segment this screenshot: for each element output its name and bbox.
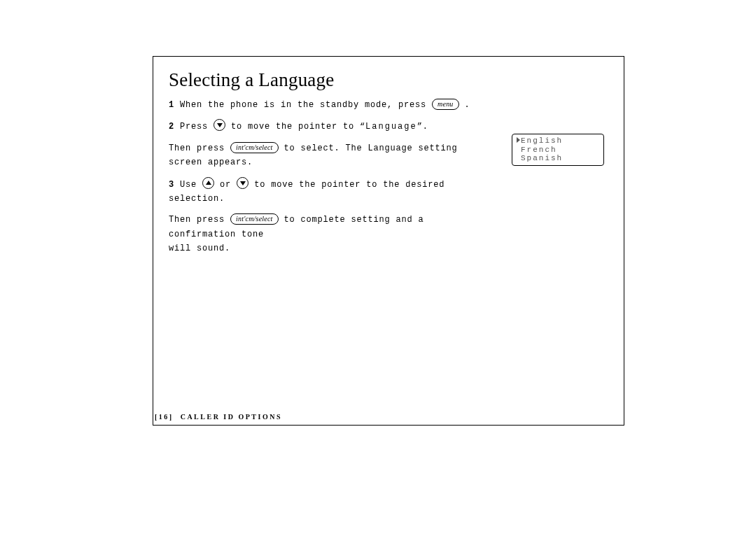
step-1: 1 When the phone is in the standby mode,… xyxy=(169,98,484,112)
lcd-text: French xyxy=(521,146,557,154)
lcd-row: Spanish xyxy=(517,154,599,163)
step-text: will sound. xyxy=(169,244,230,253)
page-number: [16] xyxy=(155,413,174,421)
step-text: ”. xyxy=(417,122,428,132)
step-text: Press xyxy=(180,122,208,132)
step-number: 2 xyxy=(169,122,174,132)
step-2: 2 Press to move the pointer to “Language… xyxy=(169,119,484,134)
step-text: to select. The Language setting xyxy=(284,143,458,153)
step-text: Then press xyxy=(169,143,225,153)
cursor-icon xyxy=(517,137,520,143)
step-text: to move the pointer to “ xyxy=(231,122,365,132)
down-key-icon xyxy=(214,119,225,131)
step-text: . xyxy=(465,100,470,110)
manual-page: Selecting a Language English French Span… xyxy=(0,0,756,534)
up-key-icon xyxy=(202,177,214,189)
down-key-icon xyxy=(237,177,248,189)
lcd-word: Language xyxy=(365,122,417,132)
step-text: or xyxy=(220,180,231,190)
step-2b: Then press int'cm/select to select. The … xyxy=(169,141,484,170)
section-title: CALLER ID OPTIONS xyxy=(181,413,282,421)
lcd-text: English xyxy=(521,136,563,145)
instructions-body: English French Spanish 1 When the phone … xyxy=(169,98,610,256)
content-frame: Selecting a Language English French Span… xyxy=(153,56,624,426)
step-text: Then press xyxy=(169,215,225,225)
page-title: Selecting a Language xyxy=(169,69,610,91)
lcd-screen: English French Spanish xyxy=(512,134,604,166)
step-3b: Then press int'cm/select to complete set… xyxy=(169,213,484,255)
step-text: Use xyxy=(180,180,197,190)
lcd-row: English xyxy=(517,136,599,146)
lcd-row: French xyxy=(517,146,599,155)
step-text: When the phone is in the standby mode, p… xyxy=(180,100,426,110)
select-key-icon: int'cm/select xyxy=(230,142,279,153)
step-text: screen appears. xyxy=(169,157,253,167)
lcd-text: Spanish xyxy=(521,154,563,162)
menu-key-icon: menu xyxy=(432,99,458,110)
step-3: 3 Use or to move the pointer to the desi… xyxy=(169,177,484,206)
step-number: 3 xyxy=(169,180,174,190)
page-footer: [16] CALLER ID OPTIONS xyxy=(155,413,282,421)
select-key-icon: int'cm/select xyxy=(230,213,279,225)
step-number: 1 xyxy=(169,100,174,110)
